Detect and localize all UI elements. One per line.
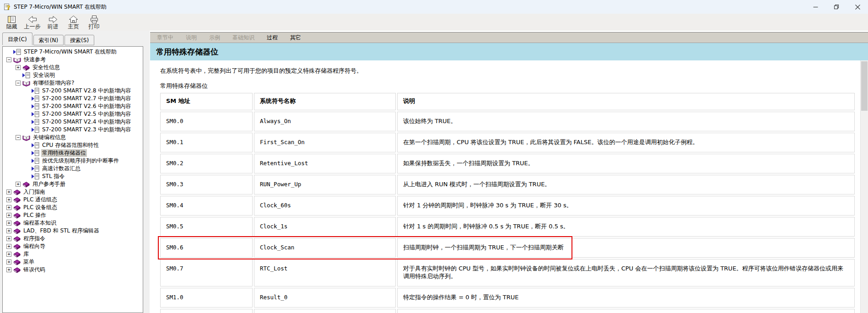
tree-item-label[interactable]: 菜单 (22, 258, 35, 266)
forward-button[interactable]: 前进 (43, 14, 63, 31)
tree-item-label[interactable]: S7-200 SMART V2.4 中的新增内容 (41, 118, 132, 126)
restore-button[interactable] (826, 0, 847, 14)
tree-item[interactable]: S7-200 SMART V2.8 中的新增内容 (25, 87, 143, 95)
tree-item-label[interactable]: LAD、FBD 和 STL 程序编辑器 (22, 227, 100, 235)
tree-item-label[interactable]: 安全说明 (32, 71, 56, 79)
tree-item-label[interactable]: 常用特殊存储器位 (41, 149, 87, 157)
tree-item[interactable]: 高速计数器汇总 (25, 165, 143, 173)
collapse-icon[interactable]: − (6, 57, 11, 62)
tab-搜索(S)[interactable]: 搜索(S) (65, 35, 94, 45)
tree-item[interactable]: +编程向导 (6, 243, 143, 250)
cell-description: 从上电进入 RUN 模式时，一个扫描周期设置为 TRUE。 (397, 175, 855, 194)
tree-item-label[interactable]: 编程基本知识 (22, 219, 57, 227)
tree-item-label[interactable]: PLC 通信组态 (22, 196, 58, 204)
tree-item[interactable]: +PLC 设备组态 (6, 204, 143, 211)
expand-icon[interactable]: + (6, 259, 11, 264)
tree-item[interactable]: S7-200 SMART V2.7 中的新增内容 (25, 95, 143, 103)
tree-item-label[interactable]: STL 指令 (41, 173, 65, 180)
expand-icon[interactable]: + (16, 65, 21, 70)
tree-item-label[interactable]: 安全性信息 (32, 64, 61, 71)
tree-item-label[interactable]: 关键编程信息 (32, 134, 67, 141)
tree-item-label[interactable]: 程序指令 (22, 235, 46, 243)
tree-item[interactable]: S7-200 SMART V2.4 中的新增内容 (25, 118, 143, 126)
tree-item-label[interactable]: S7-200 SMART V2.3 中的新增内容 (41, 126, 132, 134)
tree-item-label[interactable]: CPU 存储器范围和特性 (41, 141, 100, 149)
tree-item[interactable]: 安全说明 (16, 71, 143, 79)
tree-item-label[interactable]: 编程向导 (22, 243, 46, 250)
expand-icon[interactable]: + (6, 252, 11, 257)
expand-icon[interactable]: + (6, 244, 11, 249)
expand-icon[interactable]: + (6, 236, 11, 241)
book-closed-icon (22, 65, 30, 71)
tree-item[interactable]: +菜单 (6, 258, 143, 266)
tree-item[interactable]: 常用特殊存储器位 (25, 149, 143, 157)
tree-item-label[interactable]: S7-200 SMART V2.5 中的新增内容 (41, 110, 132, 118)
expand-icon[interactable]: + (6, 221, 11, 226)
tree-item[interactable]: +PLC 操作 (6, 211, 143, 219)
tree-item-label[interactable]: PLC 设备组态 (22, 204, 58, 211)
expand-icon[interactable]: + (6, 213, 11, 218)
collapse-icon[interactable]: − (16, 81, 21, 86)
tree-item[interactable]: 按优先级别顺序排列的中断事件 (25, 157, 143, 165)
expand-icon[interactable]: + (16, 182, 21, 187)
tree-item-label[interactable]: 入门指南 (22, 188, 46, 196)
tree-item[interactable]: STEP 7-Micro/WIN SMART 在线帮助 (6, 48, 143, 56)
tree-item-label[interactable]: STEP 7-Micro/WIN SMART 在线帮助 (23, 48, 118, 56)
tree-item-label[interactable]: 高速计数器汇总 (41, 165, 81, 173)
tree-item-label[interactable]: 用户参考手册 (32, 180, 66, 188)
tree-item-label[interactable]: 快速参考 (23, 56, 47, 64)
tree-item[interactable]: −关键编程信息 (16, 134, 143, 141)
tree-item-label[interactable]: 按优先级别顺序排列的中断事件 (41, 157, 120, 165)
tree-item[interactable]: +入门指南 (6, 188, 143, 196)
hide-button[interactable]: 隐藏 (1, 14, 22, 31)
topic-icon (32, 127, 39, 133)
print-button[interactable]: 打印 (84, 14, 104, 31)
tree-item-label[interactable]: 库 (22, 250, 30, 258)
topic-icon (32, 173, 39, 179)
tree-item[interactable]: −快速参考 (6, 56, 143, 64)
tree-item[interactable]: +错误代码 (6, 266, 143, 274)
tree-item[interactable]: +LAD、FBD 和 STL 程序编辑器 (6, 227, 143, 235)
expand-icon[interactable]: + (6, 189, 11, 194)
sidebar-tabs: 目录(C)索引(N)搜索(S) (2, 32, 145, 45)
tree-item[interactable]: S7-200 SMART V2.6 中的新增内容 (25, 103, 143, 110)
tree-item[interactable]: S7-200 SMART V2.5 中的新增内容 (25, 110, 143, 118)
tree-item[interactable]: −有哪些新增内容? (16, 79, 143, 87)
topic-title-band: 常用特殊存储器位 (150, 43, 868, 60)
expand-icon[interactable]: + (6, 267, 11, 272)
expand-icon[interactable]: + (6, 228, 11, 233)
tree-item[interactable]: STL 指令 (25, 173, 143, 180)
tree-item-label[interactable]: S7-200 SMART V2.8 中的新增内容 (41, 87, 132, 95)
tree-item-label[interactable]: PLC 操作 (22, 211, 47, 219)
close-button[interactable] (847, 0, 868, 14)
tree-item[interactable]: +库 (6, 250, 143, 258)
cell-sm-address: SM0.3 (160, 175, 253, 194)
table-row: SM0.1First_Scan_On在第一个扫描周期，CPU 将该位设置为 TR… (160, 133, 855, 152)
minimize-button[interactable] (805, 0, 826, 14)
collapse-icon[interactable]: − (16, 135, 21, 140)
tree-item[interactable]: +程序指令 (6, 235, 143, 243)
vertical-scrollbar[interactable] (860, 60, 868, 313)
toolbar-button-label: 隐藏 (6, 24, 17, 30)
expand-icon[interactable]: + (6, 205, 11, 210)
tree-item[interactable]: +安全性信息 (16, 64, 143, 71)
tab-目录(C)[interactable]: 目录(C) (2, 32, 32, 45)
tree-item[interactable]: CPU 存储器范围和特性 (25, 141, 143, 149)
cell-sm-address: SM0.7 (160, 259, 253, 286)
navbar-item-过程[interactable]: 过程 (267, 34, 278, 42)
navbar-item-其它[interactable]: 其它 (290, 34, 301, 42)
tree-item-label[interactable]: S7-200 SMART V2.7 中的新增内容 (41, 95, 132, 103)
book-open-icon (22, 135, 30, 141)
tree-item[interactable]: +PLC 通信组态 (6, 196, 143, 204)
tree-item[interactable]: +用户参考手册 (16, 180, 143, 188)
expand-icon[interactable]: + (6, 197, 11, 202)
tree-item-label[interactable]: S7-200 SMART V2.6 中的新增内容 (41, 103, 132, 110)
tree-item[interactable]: +编程基本知识 (6, 219, 143, 227)
home-button[interactable]: 主页 (63, 14, 84, 31)
tree-item-label[interactable]: 错误代码 (22, 266, 46, 274)
tree-item-label[interactable]: 有哪些新增内容? (32, 79, 75, 87)
back-button[interactable]: 上一步 (22, 14, 43, 31)
tree-item[interactable]: S7-200 SMART V2.3 中的新增内容 (25, 126, 143, 134)
scrollbar-thumb[interactable] (861, 61, 868, 111)
tab-索引(N)[interactable]: 索引(N) (33, 35, 64, 45)
